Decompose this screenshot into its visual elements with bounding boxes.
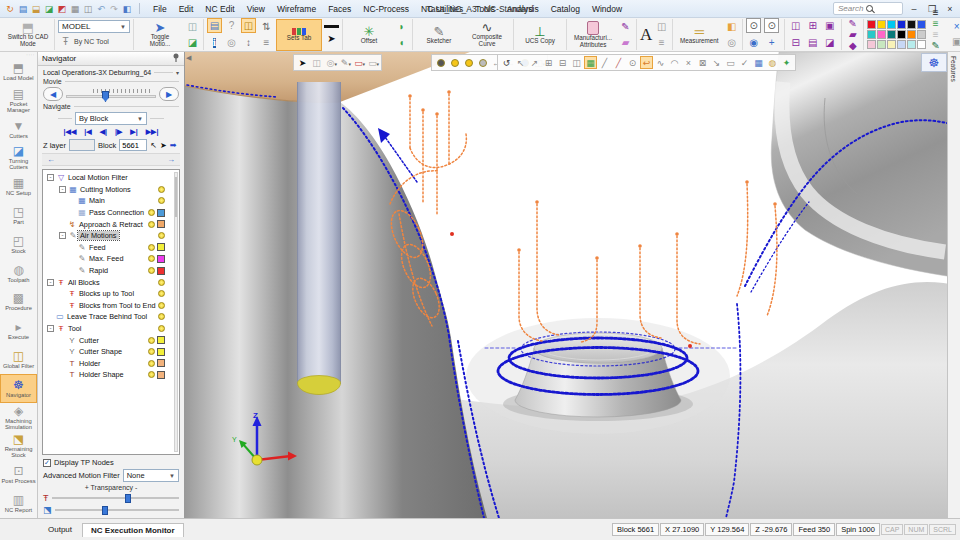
color-swatch[interactable] <box>897 30 906 39</box>
measurement-button[interactable]: ═ Measurement <box>676 19 722 51</box>
goto-icon[interactable]: ➡ <box>170 141 177 150</box>
quick-access-icon[interactable]: ◪ <box>43 3 55 15</box>
visibility-bulb-icon[interactable] <box>158 290 165 297</box>
annotation-icon[interactable]: ≡ <box>654 35 669 50</box>
visibility-icon[interactable] <box>448 56 461 69</box>
edit-tool-icon[interactable]: ⊠ <box>696 56 709 69</box>
line-style-icon[interactable]: ✎ <box>928 41 943 51</box>
block-input[interactable] <box>119 139 147 151</box>
tree-row[interactable]: T Holder Shape <box>43 369 179 381</box>
window-arrange-icon[interactable]: ◫ <box>788 18 803 33</box>
color-swatch[interactable] <box>157 255 165 263</box>
tree-item-label[interactable]: Cutting Motions <box>78 185 133 194</box>
model-select[interactable]: MODEL▼ <box>58 20 130 33</box>
operation-expand-icon[interactable]: ▾ <box>176 69 179 76</box>
playback-button[interactable]: ▶| <box>128 127 139 137</box>
edit-tool-icon[interactable]: ◫ <box>570 56 583 69</box>
color-swatch[interactable] <box>157 243 165 251</box>
pick-cursor-icon[interactable]: ➤ <box>324 31 339 46</box>
edit-tool-icon[interactable]: ⊟ <box>556 56 569 69</box>
tree-item-label[interactable]: Approach & Retract <box>77 220 145 229</box>
tree-expander[interactable]: - <box>47 325 54 332</box>
brush-icon[interactable]: ◆ <box>845 41 860 51</box>
menu-item[interactable]: Analysis <box>502 3 544 15</box>
tree-row[interactable]: ▦ Main <box>43 195 179 207</box>
rail-item[interactable]: ▥ NC Report <box>0 489 37 518</box>
display-option-icon[interactable]: ▤ <box>207 18 222 33</box>
annotation-icon[interactable]: ◫ <box>654 19 669 34</box>
edit-tool-icon[interactable]: ↩ <box>640 56 653 69</box>
rail-item[interactable]: ⊡ Post Process <box>0 460 37 489</box>
edit-tool-icon[interactable]: ╱ <box>598 56 611 69</box>
tree-item-label[interactable]: Air Motions <box>78 231 119 240</box>
toggle-motion-button[interactable]: ➤ Toggle Motio... <box>137 19 183 51</box>
ucs-copy-button[interactable]: ⊥ UCS Copy <box>517 19 563 51</box>
rail-item[interactable]: ▤ Pocket Manager <box>0 86 37 115</box>
tree-row[interactable]: ▦ Pass Connection <box>43 207 179 219</box>
line-style-icon[interactable]: ≡ <box>928 19 943 29</box>
quick-access-icon[interactable]: ↶ <box>95 3 107 15</box>
menu-item[interactable]: Catalog <box>546 3 585 15</box>
tree-expander[interactable]: - <box>59 232 66 239</box>
visibility-bulb-icon[interactable] <box>148 221 155 228</box>
visibility-bulb-icon[interactable] <box>148 348 155 355</box>
visibility-bulb-icon[interactable] <box>158 313 165 320</box>
switch-to-cad-mode-button[interactable]: ⬒ Switch to CAD Mode <box>5 19 51 51</box>
tree-row[interactable]: Y Cutter Shape <box>43 346 179 358</box>
tree-row[interactable]: - ✎ Air Motions <box>43 230 179 242</box>
window-arrange-icon[interactable]: ◪ <box>822 35 837 50</box>
movie-slider[interactable] <box>66 87 156 101</box>
quick-access-icon[interactable]: ⬓ <box>30 3 42 15</box>
rail-item[interactable]: ▼ Cutters <box>0 115 37 144</box>
window-arrange-icon[interactable]: ⊟ <box>788 35 803 50</box>
edit-tool-icon[interactable]: ▦ <box>584 56 597 69</box>
display-option-icon[interactable]: ◫ <box>241 18 256 33</box>
minimize-button[interactable]: – <box>907 2 921 15</box>
step-forward-arrow[interactable]: → <box>167 155 175 164</box>
pin-icon[interactable] <box>172 53 180 65</box>
brush-icon[interactable]: ✎ <box>845 19 860 29</box>
color-swatch[interactable] <box>887 30 896 39</box>
tree-item-label[interactable]: Max. Feed <box>87 254 125 263</box>
rail-item[interactable]: ▩ Procedure <box>0 288 37 317</box>
tree-row[interactable]: Ŧ Blocks from Tool to End <box>43 300 179 312</box>
menu-item[interactable]: Wireframe <box>272 3 321 15</box>
tree-item-label[interactable]: Holder Shape <box>77 370 126 379</box>
edit-tool-icon[interactable]: ↺ <box>500 56 513 69</box>
cursor-icon[interactable]: ➤ <box>160 141 167 150</box>
display-tp-nodes-checkbox[interactable]: ✓ <box>43 459 51 467</box>
display-option-icon[interactable]: ↕ <box>241 35 256 50</box>
playback-button[interactable]: |▶ <box>113 127 124 137</box>
tree-item-label[interactable]: Pass Connection <box>87 208 146 217</box>
tree-row[interactable]: - Ŧ All Blocks <box>43 276 179 288</box>
attribute-pen-icon[interactable]: ▰ <box>618 35 633 50</box>
tool-transparency-slider[interactable] <box>52 493 180 503</box>
movie-speed-up-button[interactable]: ▶ <box>159 87 179 101</box>
visibility-bulb-icon[interactable] <box>148 209 155 216</box>
visibility-bulb-icon[interactable] <box>158 302 165 309</box>
panel-collapse-arrow[interactable]: ◀ <box>186 54 191 62</box>
color-swatch[interactable] <box>157 336 165 344</box>
panel-control-icon[interactable]: ▣ <box>949 36 960 50</box>
tree-item-label[interactable]: Tool <box>66 324 83 333</box>
color-swatch[interactable] <box>877 20 886 29</box>
navigate-mode-select[interactable]: By Block▼ <box>75 112 147 125</box>
edit-tool-icon[interactable]: ↗ <box>528 56 541 69</box>
color-swatch[interactable] <box>897 20 906 29</box>
edit-tool-icon[interactable]: ∿ <box>654 56 667 69</box>
menu-item[interactable]: Faces <box>323 3 356 15</box>
color-swatch[interactable] <box>917 30 926 39</box>
tree-scrollbar[interactable] <box>174 172 178 452</box>
rail-item[interactable]: ▦ NC Setup <box>0 172 37 201</box>
tree-expander[interactable]: - <box>47 174 54 181</box>
quick-access-icon[interactable]: ◩ <box>56 3 68 15</box>
tree-item-label[interactable]: Blocks from Tool to End <box>77 301 158 310</box>
visibility-bulb-icon[interactable] <box>148 244 155 251</box>
playback-button[interactable]: |◀ <box>82 127 93 137</box>
viewport-3d[interactable]: Z Y ◀ ➤◫◎▾✎▾▭▾▭▾ ←→◫▾ ↺↖↗⊞⊟◫▦╱╱⊙↩∿◠×⊠↘▭✓… <box>185 52 960 518</box>
quick-access-icon[interactable]: ↷ <box>108 3 120 15</box>
visibility-bulb-icon[interactable] <box>148 337 155 344</box>
menu-item[interactable]: Edit <box>174 3 199 15</box>
pick-block-icon[interactable]: ↖ <box>150 141 157 150</box>
color-swatch[interactable] <box>157 359 165 367</box>
